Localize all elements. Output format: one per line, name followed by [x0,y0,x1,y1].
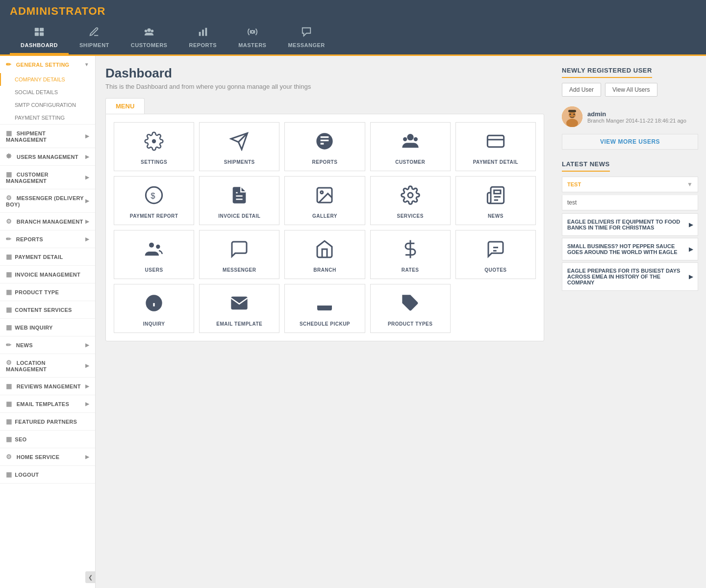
menu-tab[interactable]: MENU [105,98,145,114]
svg-rect-42 [568,110,576,112]
view-all-users-button[interactable]: View All Users [605,83,657,97]
chevron-right-icon9: ▶ [85,383,89,389]
nav-masters[interactable]: MASTERS [227,21,277,54]
sidebar-section-messenger: ⚙ MESSENGER (DELIVERY BOY) ▶ [0,189,95,213]
nav-reports[interactable]: REPORTS [178,21,227,54]
view-more-users-button[interactable]: VIEW MORE USERS [562,134,698,150]
menu-email-template-label: EMAIL TEMPLATE [216,321,262,327]
sidebar-product-type[interactable]: ▦ PRODUCT TYPE [0,283,95,301]
news-item-3[interactable]: SMALL BUSINESS? HOT PEPPER SAUCE GOES AR… [562,238,698,260]
menu-card-branch[interactable]: BRANCH [284,230,365,279]
chevron-right-icon: ▶ [85,133,89,139]
add-user-button[interactable]: Add User [562,83,601,97]
sidebar-general-setting[interactable]: ✏ GENERAL SETTING ▼ [0,56,95,73]
chevron-news3-icon: ▶ [689,246,693,253]
menu-card-quotes[interactable]: QUOTES [455,230,536,279]
menu-card-email-template[interactable]: EMAIL TEMPLATE [199,284,279,333]
sidebar-messenger[interactable]: ⚙ MESSENGER (DELIVERY BOY) ▶ [0,189,95,212]
news-item-test[interactable]: TEST ▼ [562,177,698,192]
grid-icon: ▦ [6,129,12,137]
sidebar-section-branch: ⚙ BRANCH MANAGEMENT ▶ [0,213,95,230]
menu-card-schedule-pickup[interactable]: SCHEDULE PICKUP [284,284,365,333]
newly-registered-section: NEWLY REGISTERED USER Add User View All … [562,66,698,150]
nav-shipment[interactable]: SHIPMENT [69,21,120,54]
sidebar-location-management[interactable]: ⚙ LOCATION MANAGEMENT ▶ [0,354,95,377]
grid11-icon: ▦ [6,435,12,443]
gear2-icon: ⚙ [6,194,12,202]
menu-card-services[interactable]: SERVICES [370,176,451,225]
menu-card-payment-report[interactable]: $ PAYMENT REPORT [114,176,194,225]
product-types-icon [401,293,420,317]
svg-rect-0 [35,28,39,31]
sidebar-reports[interactable]: ✏ REPORTS ▶ [0,230,95,248]
schedule-pickup-icon [315,293,334,317]
sidebar-email-templates[interactable]: ▦ EMAIL TEMPLATES ▶ [0,395,95,412]
sidebar-users-management[interactable]: USERS MANAGEMENT ▶ [0,148,95,165]
newly-registered-title: NEWLY REGISTERED USER [562,67,652,78]
nav-masters-label: MASTERS [238,42,266,48]
sidebar-web-inquiry[interactable]: ▦ WEB INQUIRY [0,319,95,336]
sidebar-shipment-management[interactable]: ▦ SHIPMENT MANAGEMENT ▶ [0,125,95,148]
grid3-icon: ▦ [6,253,12,260]
menu-card-messenger[interactable]: MESSENGER [199,230,279,279]
menu-customer-label: CUSTOMER [395,159,425,165]
menu-card-reports[interactable]: REPORTS [284,122,365,171]
sidebar-section-customer: ▦ CUSTOMER MANAGEMENT ▶ [0,166,95,189]
sidebar-smtp-config[interactable]: SMTP CONFIGURATION [0,99,95,111]
grid6-icon: ▦ [6,306,12,313]
news-item-3-title: SMALL BUSINESS? HOT PEPPER SAUCE GOES AR… [567,243,689,255]
sidebar-section-product-type: ▦ PRODUCT TYPE [0,283,95,301]
sidebar-news[interactable]: ✏ NEWS ▶ [0,336,95,354]
menu-card-rates[interactable]: RATES [370,230,451,279]
menu-messenger-label: MESSENGER [223,267,256,273]
sidebar-home-service[interactable]: ⚙ HOME SERVICE ▶ [0,448,95,465]
menu-shipments-label: SHIPMENTS [224,159,255,165]
svg-rect-3 [40,32,44,36]
news-item-2[interactable]: EAGLE DELIVERS IT EQUIPMENT TO FOOD BANK… [562,213,698,236]
sidebar-section-location: ⚙ LOCATION MANAGEMENT ▶ [0,354,95,378]
svg-rect-1 [40,28,44,31]
menu-card-inquiry[interactable]: INQUIRY [114,284,194,333]
menu-card-settings[interactable]: SETTINGS [114,122,194,171]
menu-card-payment-detail[interactable]: PAYMENT DETAIL [455,122,536,171]
menu-card-invoice-detail[interactable]: INVOICE DETAIL [199,176,279,225]
dashboard-main: Dashboard This is the Dashboard and from… [96,56,706,588]
menu-users-label: USERS [145,267,163,273]
sidebar-logout[interactable]: ▦ LOGOUT [0,466,95,483]
shipments-icon [229,131,249,155]
menu-card-customer[interactable]: CUSTOMER [370,122,451,171]
svg-point-26 [408,193,413,198]
sidebar-invoice-management[interactable]: ▦ INVOICE MANAGEMENT [0,266,95,283]
menu-card-news[interactable]: NEWS [455,176,536,225]
sidebar-section-payment: ▦ PAYMENT DETAIL [0,248,95,266]
svg-marker-11 [303,28,311,36]
sidebar-collapse-button[interactable]: ❮ [85,571,95,583]
sidebar-payment-setting[interactable]: PAYMENT SETTING [0,111,95,124]
pencil2-icon: ✏ [6,235,11,243]
sidebar-company-details[interactable]: COMPANY DETAILS [0,73,95,86]
menu-card-users[interactable]: USERS [114,230,194,279]
sidebar-featured-partners[interactable]: ▦ FEATURED PARTNERS [0,413,95,430]
sidebar-section-news: ✏ NEWS ▶ [0,336,95,354]
sidebar-reviews-management[interactable]: ▦ REVIEWS MANGEMENT ▶ [0,378,95,395]
menu-card-shipments[interactable]: SHIPMENTS [199,122,279,171]
nav-customers[interactable]: CUSTOMERS [120,21,178,54]
menu-card-product-types[interactable]: PRODUCT TYPES [370,284,451,333]
news-item-4[interactable]: EAGLE PREPARES FOR ITS BUSIEST DAYS ACRO… [562,262,698,291]
sidebar-seo[interactable]: ▦ SEO [0,431,95,448]
content-area: Dashboard This is the Dashboard and from… [96,56,706,588]
nav-messanger-label: MESSANGER [288,42,325,48]
app-title: ADMINISTRATOR [10,0,696,21]
chevron-down-icon: ▼ [84,62,89,67]
nav-dashboard[interactable]: DASHBOARD [10,21,69,54]
sidebar-social-details[interactable]: SOCIAL DETAILS [0,86,95,99]
dashboard-title: Dashboard [105,66,544,81]
nav-messanger[interactable]: MESSANGER [277,21,335,54]
svg-rect-9 [205,28,207,36]
sidebar-content-services[interactable]: ▦ CONTENT SERVICES [0,301,95,318]
sidebar-payment-detail[interactable]: ▦ PAYMENT DETAIL [0,248,95,265]
sidebar-branch-management[interactable]: ⚙ BRANCH MANAGEMENT ▶ [0,213,95,230]
svg-point-10 [251,30,254,33]
menu-card-gallery[interactable]: GALLERY [284,176,365,225]
sidebar-customer-management[interactable]: ▦ CUSTOMER MANAGEMENT ▶ [0,166,95,189]
